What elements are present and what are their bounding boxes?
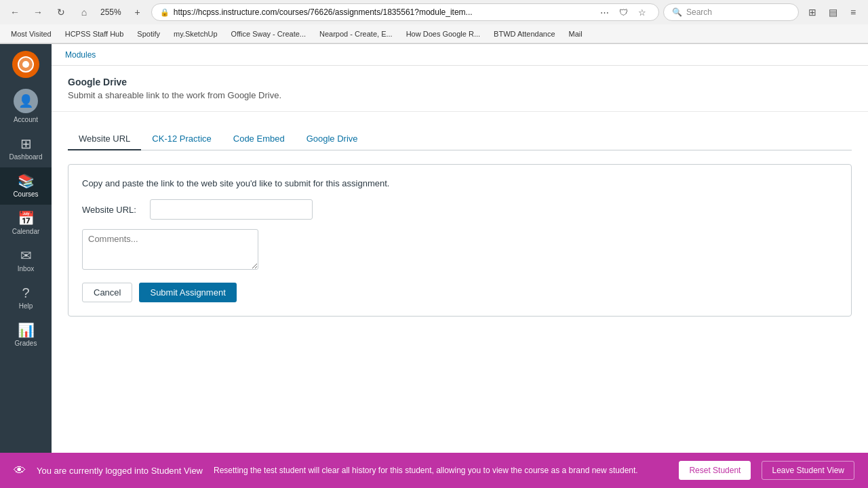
sidebar-label-inbox: Inbox: [18, 265, 34, 272]
website-url-label: Website URL:: [82, 205, 143, 215]
submit-assignment-button[interactable]: Submit Assignment: [139, 283, 236, 302]
page-header: Modules: [52, 44, 868, 66]
sidebar-item-dashboard[interactable]: ⊞Dashboard: [0, 130, 52, 167]
bookmark-item[interactable]: How Does Google R...: [401, 28, 486, 39]
website-url-input[interactable]: [150, 199, 313, 220]
bookmark-item[interactable]: Mail: [564, 28, 588, 39]
refresh-button[interactable]: ↻: [52, 3, 71, 22]
bookmark-item[interactable]: BTWD Attendance: [488, 28, 561, 39]
url-text: https://hcpss.instructure.com/courses/76…: [174, 7, 592, 17]
sidebar-label-account: Account: [14, 116, 38, 123]
app-container: 👤Account⊞Dashboard📚Courses📅Calendar✉Inbo…: [0, 44, 868, 453]
url-action-buttons: ⋯ 🛡 ☆: [596, 4, 650, 20]
bookmark-item[interactable]: Office Sway - Create...: [226, 28, 311, 39]
more-url-button[interactable]: ⋯: [596, 4, 612, 20]
bookmark-item[interactable]: my.SketchUp: [168, 28, 223, 39]
help-icon: ?: [22, 286, 29, 300]
layout-button[interactable]: ▤: [823, 3, 842, 22]
sidebar-item-calendar[interactable]: 📅Calendar: [0, 205, 52, 242]
browser-toolbar: ← → ↻ ⌂ 255% + 🔒 https://hcpss.instructu…: [0, 0, 868, 24]
sidebar-item-grades[interactable]: 📊Grades: [0, 317, 52, 354]
sidebar-item-account[interactable]: 👤Account: [0, 82, 52, 130]
search-bar[interactable]: 🔍 Search: [663, 3, 799, 21]
search-placeholder: Search: [686, 7, 712, 17]
sidebar-item-help[interactable]: ?Help: [0, 279, 52, 317]
tab-google-drive[interactable]: Google Drive: [296, 128, 369, 150]
breadcrumb[interactable]: Modules: [65, 50, 96, 60]
tab-code-embed[interactable]: Code Embed: [222, 128, 296, 150]
home-button[interactable]: ⌂: [75, 3, 94, 22]
comments-textarea[interactable]: [82, 229, 258, 270]
bookmark-item[interactable]: HCPSS Staff Hub: [60, 28, 130, 39]
forward-button[interactable]: →: [28, 3, 47, 22]
sidebar-label-calendar: Calendar: [12, 228, 40, 235]
url-bar[interactable]: 🔒 https://hcpss.instructure.com/courses/…: [151, 3, 659, 21]
google-drive-title: Google Drive: [68, 77, 852, 87]
grades-icon: 📊: [18, 323, 35, 337]
student-view-text: You are currently logged into Student Vi…: [37, 466, 203, 476]
shield-button[interactable]: 🛡: [615, 4, 631, 20]
account-avatar: 👤: [14, 89, 38, 113]
inbox-icon: ✉: [20, 249, 32, 262]
bookmark-item[interactable]: Most Visited: [5, 28, 57, 39]
student-view-banner: 👁 You are currently logged into Student …: [0, 453, 868, 488]
form-actions: Cancel Submit Assignment: [82, 283, 837, 302]
student-view-icon: 👁: [14, 464, 26, 478]
tab-ck12[interactable]: CK-12 Practice: [141, 128, 222, 150]
submission-area: Website URLCK-12 PracticeCode EmbedGoogl…: [52, 112, 868, 333]
calendar-icon: 📅: [18, 211, 35, 225]
browser-right-icons: ⊞ ▤ ≡: [803, 3, 863, 22]
sidebar-label-grades: Grades: [15, 340, 37, 347]
back-button[interactable]: ←: [5, 3, 24, 22]
main-content: Modules Google Drive Submit a shareable …: [52, 44, 868, 453]
submission-form: Copy and paste the link to the web site …: [68, 164, 852, 317]
browser-chrome: ← → ↻ ⌂ 255% + 🔒 https://hcpss.instructu…: [0, 0, 868, 44]
search-icon: 🔍: [672, 7, 682, 17]
google-drive-section: Google Drive Submit a shareable link to …: [52, 66, 868, 112]
comments-row: [82, 229, 837, 272]
student-view-description: Resetting the test student will clear al…: [214, 465, 668, 476]
sidebar-label-dashboard: Dashboard: [9, 153, 43, 161]
svg-point-1: [22, 61, 29, 68]
menu-button[interactable]: ≡: [844, 3, 863, 22]
dashboard-icon: ⊞: [20, 137, 32, 150]
canvas-logo: [12, 51, 39, 78]
sidebar-item-inbox[interactable]: ✉Inbox: [0, 242, 52, 279]
form-instruction: Copy and paste the link to the web site …: [82, 178, 837, 188]
tab-website-url[interactable]: Website URL: [68, 128, 141, 150]
sidebar-item-courses[interactable]: 📚Courses: [0, 167, 52, 205]
leave-student-view-button[interactable]: Leave Student View: [762, 461, 854, 480]
sidebar: 👤Account⊞Dashboard📚Courses📅Calendar✉Inbo…: [0, 44, 52, 453]
cancel-button[interactable]: Cancel: [82, 283, 132, 302]
google-drive-description: Submit a shareable link to the work from…: [68, 90, 852, 100]
reset-student-button[interactable]: Reset Student: [679, 461, 751, 480]
extensions-button[interactable]: ⊞: [803, 3, 822, 22]
website-url-row: Website URL:: [82, 199, 837, 220]
star-button[interactable]: ☆: [634, 4, 650, 20]
zoom-add-button[interactable]: +: [128, 3, 147, 22]
bookmarks-bar: Most VisitedHCPSS Staff HubSpotifymy.Ske…: [0, 24, 868, 43]
lock-icon: 🔒: [160, 8, 170, 17]
bookmark-item[interactable]: Nearpod - Create, E...: [314, 28, 398, 39]
courses-icon: 📚: [18, 174, 35, 188]
sidebar-label-courses: Courses: [13, 190, 38, 198]
tabs-container: Website URLCK-12 PracticeCode EmbedGoogl…: [68, 128, 852, 150]
sidebar-label-help: Help: [19, 302, 33, 310]
content-area: Google Drive Submit a shareable link to …: [52, 66, 868, 453]
bookmark-item[interactable]: Spotify: [132, 28, 165, 39]
zoom-level: 255%: [98, 7, 124, 17]
